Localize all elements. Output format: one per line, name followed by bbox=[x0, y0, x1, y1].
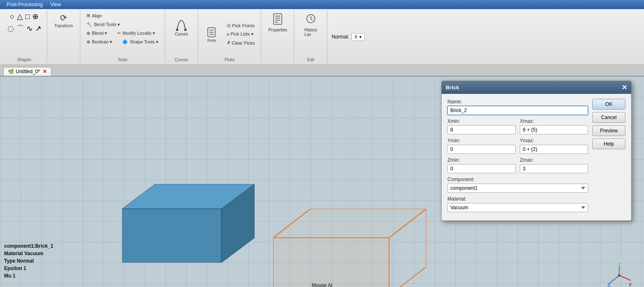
blend-icon: ⊕ bbox=[87, 31, 90, 36]
xmin-input[interactable] bbox=[447, 125, 516, 134]
pick-points-button[interactable]: ◎ Pick Points bbox=[224, 22, 258, 29]
curves-icon bbox=[175, 15, 187, 32]
brick-2-preview-object bbox=[273, 209, 426, 287]
ymax-col: Ymax: bbox=[520, 138, 588, 154]
history-list-icon bbox=[305, 13, 317, 28]
svg-line-25 bbox=[609, 275, 619, 284]
help-button[interactable]: Help bbox=[592, 139, 625, 149]
menu-view[interactable]: View bbox=[47, 1, 64, 8]
rect-shape-icon[interactable]: □ bbox=[25, 12, 30, 21]
shape-tools-icon: 🔷 bbox=[122, 39, 128, 45]
name-input[interactable] bbox=[447, 106, 588, 115]
svg-line-27 bbox=[619, 275, 631, 280]
tab-close-button[interactable]: ✕ bbox=[43, 69, 47, 74]
properties-group: Properties bbox=[261, 10, 294, 64]
dialog-fields: Name: Xmin: Xmax: bbox=[447, 99, 588, 215]
xmax-label: Xmax: bbox=[520, 118, 588, 124]
component-select[interactable]: component1 bbox=[447, 184, 588, 193]
name-label: Name: bbox=[447, 99, 588, 105]
dialog-body: Name: Xmin: Xmax: bbox=[442, 94, 631, 220]
zmin-col: Zmin: bbox=[447, 157, 516, 173]
svg-text:Z: Z bbox=[608, 283, 610, 287]
align-icon: ⊞ bbox=[87, 13, 90, 18]
component-label: Component: bbox=[447, 177, 588, 182]
xmin-label: Xmin: bbox=[447, 118, 516, 124]
bend-tools-button[interactable]: 🔧 Bend Tools ▾ bbox=[84, 21, 123, 29]
dialog-close-button[interactable]: ✕ bbox=[622, 84, 627, 91]
preview-button[interactable]: Preview bbox=[592, 125, 625, 136]
xmin-col: Xmin: bbox=[447, 118, 516, 134]
status-info: component1:Brick_1 Material Vacuum Type … bbox=[4, 242, 53, 280]
boolean-button[interactable]: ⊗ Boolean ▾ bbox=[84, 38, 115, 46]
plus-shape-icon[interactable]: ⊕ bbox=[32, 12, 38, 21]
shapes-label: Shapes bbox=[17, 57, 31, 62]
tab-label: Untitled_0* bbox=[16, 69, 40, 74]
normal-axis-dropdown[interactable]: X ▾ bbox=[351, 33, 364, 41]
menubar: Post-Processing View bbox=[0, 0, 644, 9]
normal-label: Normal: bbox=[332, 34, 349, 40]
properties-icon bbox=[272, 13, 284, 28]
tab-untitled[interactable]: 🌿 Untitled_0* ✕ bbox=[3, 67, 51, 76]
wave-shape-icon[interactable]: ∿ bbox=[26, 24, 33, 33]
picks-icon bbox=[207, 26, 217, 38]
material-label: Material: bbox=[447, 196, 588, 202]
zmax-col: Zmax: bbox=[520, 157, 588, 173]
svg-marker-19 bbox=[273, 209, 426, 238]
history-list-button[interactable]: History List bbox=[300, 12, 321, 38]
y-fields: Ymin: Ymax: bbox=[447, 138, 588, 154]
pick-points-icon: ◎ bbox=[227, 23, 231, 28]
arrow-shape-icon[interactable]: ↗ bbox=[35, 24, 41, 33]
curves-button[interactable]: Curves bbox=[171, 12, 192, 40]
zmax-input[interactable] bbox=[520, 164, 588, 173]
brick-1-object bbox=[122, 184, 255, 263]
xmax-input[interactable] bbox=[520, 125, 588, 134]
menu-post-processing[interactable]: Post-Processing bbox=[3, 1, 46, 8]
blend-button[interactable]: ⊕ Blend ▾ bbox=[84, 29, 110, 37]
transform-button[interactable]: ⟳ Transform bbox=[52, 12, 75, 29]
status-line5: Mu 1 bbox=[4, 272, 53, 280]
triangle-shape-icon[interactable]: △ bbox=[17, 12, 23, 21]
axes-widget: Z X Y bbox=[607, 263, 632, 287]
modify-locally-icon: ✂ bbox=[117, 31, 121, 36]
x-fields: Xmin: Xmax: bbox=[447, 118, 588, 134]
curves-group: Curves Curves bbox=[165, 10, 198, 64]
modify-locally-button[interactable]: ✂ Modify Locally ▾ bbox=[114, 29, 158, 37]
ymin-input[interactable] bbox=[447, 145, 516, 154]
status-line1: component1:Brick_1 bbox=[4, 242, 53, 250]
dialog-titlebar: Brick ✕ bbox=[442, 81, 631, 94]
zmin-input[interactable] bbox=[447, 164, 516, 173]
transform-icon: ⟳ bbox=[60, 13, 67, 23]
pick-lists-icon: ≡ bbox=[227, 32, 229, 37]
z-fields: Zmin: Zmax: bbox=[447, 157, 588, 173]
align-button[interactable]: ⊞ Align bbox=[84, 12, 105, 19]
mouse-at-label: Mouse At bbox=[299, 282, 345, 287]
ellipse-shape-icon[interactable]: ◌ bbox=[7, 24, 14, 33]
tools-label: Tools bbox=[118, 57, 127, 62]
svg-point-0 bbox=[176, 29, 178, 31]
cancel-button[interactable]: Cancel bbox=[592, 112, 625, 123]
toolbar: ○ △ □ ⊕ ◌ ⌒ ∿ ↗ Shapes ⟳ Transform ⊞ Ali… bbox=[0, 9, 644, 65]
clear-picks-button[interactable]: ✗ Clear Picks bbox=[224, 39, 258, 47]
ymax-input[interactable] bbox=[520, 145, 588, 154]
ymax-label: Ymax: bbox=[520, 138, 588, 144]
material-select[interactable]: Vacuum bbox=[447, 203, 588, 212]
history-list-group: History List Edit bbox=[294, 10, 327, 64]
circle-shape-icon[interactable]: ○ bbox=[10, 12, 14, 21]
zmin-label: Zmin: bbox=[447, 157, 516, 163]
picks-button[interactable]: Picks bbox=[202, 22, 222, 47]
curve-shape-icon[interactable]: ⌒ bbox=[17, 24, 24, 33]
properties-button[interactable]: Properties bbox=[266, 12, 289, 33]
pick-lists-button[interactable]: ≡ Pick Lists ▾ bbox=[224, 30, 258, 38]
ymin-col: Ymin: bbox=[447, 138, 516, 154]
zmax-label: Zmax: bbox=[520, 157, 588, 163]
svg-rect-18 bbox=[273, 238, 389, 287]
ok-button[interactable]: OK bbox=[592, 99, 625, 110]
transform-group: ⟳ Transform bbox=[47, 10, 80, 64]
curves-label: Curves bbox=[175, 57, 188, 62]
normal-section: Normal: X ▾ bbox=[332, 10, 364, 64]
svg-marker-12 bbox=[122, 209, 221, 263]
mouse-coords: Mouse At X, Y -8.000, 4.000 m bbox=[299, 282, 345, 287]
dialog-buttons: OK Cancel Preview Help bbox=[592, 99, 625, 215]
shape-tools-button[interactable]: 🔷 Shape Tools ▾ bbox=[119, 38, 161, 46]
svg-text:X: X bbox=[629, 282, 632, 287]
